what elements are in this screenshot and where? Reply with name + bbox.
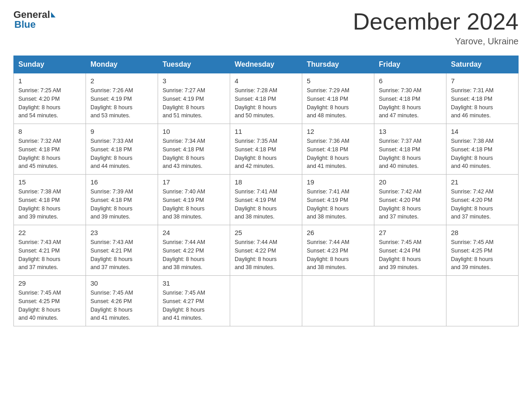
day-info: Sunrise: 7:40 AMSunset: 4:19 PMDaylight:… — [163, 188, 225, 221]
day-info: Sunrise: 7:38 AMSunset: 4:18 PMDaylight:… — [18, 188, 81, 221]
day-info: Sunrise: 7:41 AMSunset: 4:19 PMDaylight:… — [307, 188, 369, 221]
day-info: Sunrise: 7:28 AMSunset: 4:18 PMDaylight:… — [235, 86, 297, 120]
day-number: 15 — [18, 178, 81, 186]
calendar-cell: 13 Sunrise: 7:37 AMSunset: 4:18 PMDaylig… — [374, 124, 446, 175]
day-number: 10 — [163, 128, 225, 135]
day-number: 24 — [163, 229, 225, 236]
title-section: December 2024 Yarove, Ukraine — [353, 9, 519, 47]
month-title: December 2024 — [353, 9, 519, 34]
day-info: Sunrise: 7:44 AMSunset: 4:22 PMDaylight:… — [163, 238, 225, 272]
day-info: Sunrise: 7:34 AMSunset: 4:18 PMDaylight:… — [163, 137, 225, 171]
day-number: 23 — [90, 229, 153, 236]
day-info: Sunrise: 7:42 AMSunset: 4:20 PMDaylight:… — [379, 188, 442, 221]
page-header: General Blue December 2024 Yarove, Ukrai… — [13, 9, 519, 47]
calendar-cell — [374, 276, 446, 326]
weekday-header-sunday: Sunday — [14, 56, 86, 73]
day-info: Sunrise: 7:27 AMSunset: 4:19 PMDaylight:… — [163, 86, 225, 120]
day-info: Sunrise: 7:38 AMSunset: 4:18 PMDaylight:… — [451, 137, 514, 171]
calendar-week-row: 29 Sunrise: 7:45 AMSunset: 4:25 PMDaylig… — [14, 276, 519, 326]
calendar-cell: 30 Sunrise: 7:45 AMSunset: 4:26 PMDaylig… — [86, 276, 158, 326]
calendar-cell: 3 Sunrise: 7:27 AMSunset: 4:19 PMDayligh… — [158, 73, 230, 124]
calendar-cell: 14 Sunrise: 7:38 AMSunset: 4:18 PMDaylig… — [446, 124, 519, 175]
day-info: Sunrise: 7:45 AMSunset: 4:24 PMDaylight:… — [379, 238, 442, 272]
day-number: 21 — [451, 178, 514, 186]
day-number: 7 — [451, 77, 514, 85]
calendar-cell: 12 Sunrise: 7:36 AMSunset: 4:18 PMDaylig… — [302, 124, 374, 175]
calendar-cell: 16 Sunrise: 7:39 AMSunset: 4:18 PMDaylig… — [86, 175, 158, 225]
day-number: 18 — [235, 178, 297, 186]
calendar-cell — [302, 276, 374, 326]
day-info: Sunrise: 7:41 AMSunset: 4:19 PMDaylight:… — [235, 188, 297, 221]
day-info: Sunrise: 7:31 AMSunset: 4:18 PMDaylight:… — [451, 86, 514, 120]
logo: General Blue — [13, 9, 56, 30]
calendar-cell: 17 Sunrise: 7:40 AMSunset: 4:19 PMDaylig… — [158, 175, 230, 225]
day-number: 20 — [379, 178, 442, 186]
calendar-cell: 26 Sunrise: 7:44 AMSunset: 4:23 PMDaylig… — [302, 225, 374, 276]
calendar-cell: 5 Sunrise: 7:29 AMSunset: 4:18 PMDayligh… — [302, 73, 374, 124]
day-number: 8 — [18, 128, 81, 135]
day-number: 30 — [90, 279, 153, 287]
day-number: 26 — [307, 229, 369, 236]
day-info: Sunrise: 7:45 AMSunset: 4:25 PMDaylight:… — [18, 289, 81, 322]
day-number: 5 — [307, 77, 369, 85]
weekday-header-wednesday: Wednesday — [230, 56, 302, 73]
calendar-cell: 28 Sunrise: 7:45 AMSunset: 4:25 PMDaylig… — [446, 225, 519, 276]
day-number: 14 — [451, 128, 514, 135]
calendar-cell: 9 Sunrise: 7:33 AMSunset: 4:18 PMDayligh… — [86, 124, 158, 175]
day-info: Sunrise: 7:43 AMSunset: 4:21 PMDaylight:… — [18, 238, 81, 272]
day-number: 17 — [163, 178, 225, 186]
calendar-cell: 29 Sunrise: 7:45 AMSunset: 4:25 PMDaylig… — [14, 276, 86, 326]
day-info: Sunrise: 7:42 AMSunset: 4:20 PMDaylight:… — [451, 188, 514, 221]
day-info: Sunrise: 7:44 AMSunset: 4:23 PMDaylight:… — [307, 238, 369, 272]
calendar-week-row: 15 Sunrise: 7:38 AMSunset: 4:18 PMDaylig… — [14, 175, 519, 225]
day-number: 12 — [307, 128, 369, 135]
weekday-header-tuesday: Tuesday — [158, 56, 230, 73]
day-info: Sunrise: 7:30 AMSunset: 4:18 PMDaylight:… — [379, 86, 442, 120]
day-number: 13 — [379, 128, 442, 135]
day-number: 4 — [235, 77, 297, 85]
calendar-cell: 15 Sunrise: 7:38 AMSunset: 4:18 PMDaylig… — [14, 175, 86, 225]
calendar-cell: 6 Sunrise: 7:30 AMSunset: 4:18 PMDayligh… — [374, 73, 446, 124]
calendar-cell: 11 Sunrise: 7:35 AMSunset: 4:18 PMDaylig… — [230, 124, 302, 175]
calendar-week-row: 1 Sunrise: 7:25 AMSunset: 4:20 PMDayligh… — [14, 73, 519, 124]
calendar-cell: 4 Sunrise: 7:28 AMSunset: 4:18 PMDayligh… — [230, 73, 302, 124]
calendar-cell: 1 Sunrise: 7:25 AMSunset: 4:20 PMDayligh… — [14, 73, 86, 124]
calendar-cell: 19 Sunrise: 7:41 AMSunset: 4:19 PMDaylig… — [302, 175, 374, 225]
day-info: Sunrise: 7:25 AMSunset: 4:20 PMDaylight:… — [18, 86, 81, 120]
weekday-header-saturday: Saturday — [446, 56, 519, 73]
calendar-cell — [230, 276, 302, 326]
day-info: Sunrise: 7:29 AMSunset: 4:18 PMDaylight:… — [307, 86, 369, 120]
day-info: Sunrise: 7:43 AMSunset: 4:21 PMDaylight:… — [90, 238, 153, 272]
day-info: Sunrise: 7:39 AMSunset: 4:18 PMDaylight:… — [90, 188, 153, 221]
day-info: Sunrise: 7:33 AMSunset: 4:18 PMDaylight:… — [90, 137, 153, 171]
day-info: Sunrise: 7:32 AMSunset: 4:18 PMDaylight:… — [18, 137, 81, 171]
location-label: Yarove, Ukraine — [353, 36, 519, 47]
calendar-cell: 25 Sunrise: 7:44 AMSunset: 4:22 PMDaylig… — [230, 225, 302, 276]
day-number: 25 — [235, 229, 297, 236]
day-number: 11 — [235, 128, 297, 135]
day-number: 9 — [90, 128, 153, 135]
day-info: Sunrise: 7:45 AMSunset: 4:26 PMDaylight:… — [90, 289, 153, 322]
day-number: 6 — [379, 77, 442, 85]
calendar-cell: 7 Sunrise: 7:31 AMSunset: 4:18 PMDayligh… — [446, 73, 519, 124]
day-number: 29 — [18, 279, 81, 287]
logo-blue-text: Blue — [14, 19, 36, 30]
weekday-header-monday: Monday — [86, 56, 158, 73]
day-info: Sunrise: 7:45 AMSunset: 4:25 PMDaylight:… — [451, 238, 514, 272]
day-number: 28 — [451, 229, 514, 236]
day-number: 31 — [163, 279, 225, 287]
calendar-cell: 21 Sunrise: 7:42 AMSunset: 4:20 PMDaylig… — [446, 175, 519, 225]
calendar-header-row: SundayMondayTuesdayWednesdayThursdayFrid… — [14, 56, 519, 73]
calendar-cell: 23 Sunrise: 7:43 AMSunset: 4:21 PMDaylig… — [86, 225, 158, 276]
day-info: Sunrise: 7:37 AMSunset: 4:18 PMDaylight:… — [379, 137, 442, 171]
calendar-cell: 10 Sunrise: 7:34 AMSunset: 4:18 PMDaylig… — [158, 124, 230, 175]
day-number: 2 — [90, 77, 153, 85]
day-number: 1 — [18, 77, 81, 85]
weekday-header-friday: Friday — [374, 56, 446, 73]
calendar-cell: 24 Sunrise: 7:44 AMSunset: 4:22 PMDaylig… — [158, 225, 230, 276]
day-number: 22 — [18, 229, 81, 236]
day-info: Sunrise: 7:26 AMSunset: 4:19 PMDaylight:… — [90, 86, 153, 120]
calendar-cell: 8 Sunrise: 7:32 AMSunset: 4:18 PMDayligh… — [14, 124, 86, 175]
calendar-week-row: 22 Sunrise: 7:43 AMSunset: 4:21 PMDaylig… — [14, 225, 519, 276]
calendar-week-row: 8 Sunrise: 7:32 AMSunset: 4:18 PMDayligh… — [14, 124, 519, 175]
